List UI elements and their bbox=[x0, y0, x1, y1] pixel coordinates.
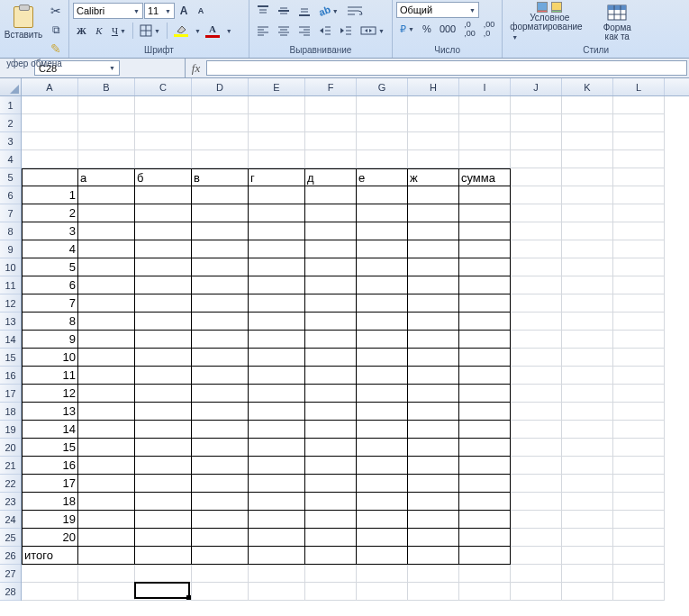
cell[interactable] bbox=[408, 349, 459, 367]
cell[interactable] bbox=[192, 331, 249, 349]
cell[interactable] bbox=[511, 529, 562, 547]
cell[interactable] bbox=[305, 475, 357, 493]
increase-indent-button[interactable] bbox=[336, 22, 356, 40]
cell[interactable] bbox=[135, 439, 192, 457]
cell[interactable] bbox=[78, 240, 135, 258]
cell[interactable] bbox=[562, 96, 613, 114]
row-header[interactable]: 27 bbox=[0, 565, 21, 583]
cell[interactable] bbox=[562, 547, 613, 565]
row-header[interactable]: 18 bbox=[0, 403, 21, 421]
cell[interactable] bbox=[459, 547, 511, 565]
cell[interactable]: 13 bbox=[22, 403, 78, 421]
row-header[interactable]: 24 bbox=[0, 511, 21, 529]
cell[interactable] bbox=[192, 583, 249, 601]
cell[interactable] bbox=[511, 258, 562, 276]
cell[interactable] bbox=[511, 150, 562, 168]
cell[interactable] bbox=[192, 114, 249, 132]
cell[interactable] bbox=[192, 186, 249, 204]
cell[interactable] bbox=[357, 114, 408, 132]
cell[interactable] bbox=[459, 583, 511, 601]
cell[interactable] bbox=[408, 547, 459, 565]
cell[interactable] bbox=[305, 96, 357, 114]
cell[interactable] bbox=[78, 132, 135, 150]
cell[interactable] bbox=[192, 150, 249, 168]
cell[interactable] bbox=[78, 294, 135, 313]
cell[interactable] bbox=[408, 186, 459, 204]
cell[interactable] bbox=[305, 331, 357, 349]
cell[interactable] bbox=[78, 511, 135, 529]
cell[interactable] bbox=[357, 132, 408, 150]
column-header[interactable]: F bbox=[305, 78, 357, 95]
cell[interactable] bbox=[511, 114, 562, 132]
column-header[interactable]: H bbox=[408, 78, 459, 95]
cell[interactable] bbox=[357, 96, 408, 114]
cell[interactable]: 4 bbox=[22, 240, 78, 258]
cell[interactable] bbox=[78, 276, 135, 294]
cell[interactable] bbox=[357, 294, 408, 313]
cell[interactable] bbox=[357, 331, 408, 349]
cell[interactable] bbox=[22, 168, 78, 186]
cell[interactable] bbox=[511, 583, 562, 601]
cell[interactable] bbox=[613, 439, 665, 457]
cell[interactable] bbox=[78, 331, 135, 349]
cell[interactable] bbox=[305, 511, 357, 529]
cell[interactable] bbox=[613, 457, 665, 475]
cell[interactable] bbox=[192, 294, 249, 313]
cell[interactable] bbox=[613, 313, 665, 331]
row-header[interactable]: 25 bbox=[0, 529, 21, 547]
row-header[interactable]: 5 bbox=[0, 168, 21, 186]
cell[interactable] bbox=[511, 96, 562, 114]
cell[interactable] bbox=[22, 132, 78, 150]
cell[interactable] bbox=[613, 186, 665, 204]
font-name-select[interactable]: Calibri▼ bbox=[73, 3, 143, 19]
cell[interactable] bbox=[613, 529, 665, 547]
cell[interactable] bbox=[305, 349, 357, 367]
cell[interactable] bbox=[192, 565, 249, 583]
cell[interactable] bbox=[613, 204, 665, 222]
cell[interactable] bbox=[408, 222, 459, 240]
bold-button[interactable]: Ж bbox=[73, 22, 90, 40]
cell[interactable] bbox=[192, 475, 249, 493]
percent-format-button[interactable]: % bbox=[419, 20, 435, 38]
cell[interactable] bbox=[249, 367, 305, 385]
cell[interactable]: ж bbox=[408, 168, 459, 186]
cell[interactable] bbox=[459, 186, 511, 204]
cell[interactable] bbox=[135, 475, 192, 493]
cell[interactable] bbox=[613, 421, 665, 439]
cell[interactable] bbox=[249, 457, 305, 475]
cell[interactable] bbox=[22, 565, 78, 583]
cell[interactable]: сумма bbox=[459, 168, 511, 186]
cell[interactable]: 18 bbox=[22, 493, 78, 511]
cell[interactable] bbox=[305, 276, 357, 294]
cell[interactable] bbox=[78, 313, 135, 331]
cell[interactable] bbox=[135, 313, 192, 331]
decrease-font-button[interactable]: A bbox=[193, 2, 209, 20]
cell[interactable] bbox=[22, 114, 78, 132]
cell[interactable] bbox=[459, 331, 511, 349]
cell[interactable] bbox=[249, 258, 305, 276]
cell[interactable] bbox=[613, 403, 665, 421]
cell[interactable] bbox=[459, 439, 511, 457]
cell[interactable] bbox=[78, 475, 135, 493]
align-center-button[interactable] bbox=[274, 22, 294, 40]
cell[interactable] bbox=[511, 186, 562, 204]
cell[interactable] bbox=[459, 403, 511, 421]
cell[interactable] bbox=[78, 349, 135, 367]
row-header[interactable]: 1 bbox=[0, 96, 21, 114]
cell[interactable] bbox=[408, 565, 459, 583]
column-header[interactable]: A bbox=[22, 78, 78, 95]
column-header[interactable]: E bbox=[249, 78, 305, 95]
cell[interactable] bbox=[305, 313, 357, 331]
cell[interactable] bbox=[357, 547, 408, 565]
cell[interactable] bbox=[562, 294, 613, 313]
cell[interactable] bbox=[562, 457, 613, 475]
cell[interactable] bbox=[305, 439, 357, 457]
cell[interactable] bbox=[459, 367, 511, 385]
cell[interactable] bbox=[613, 240, 665, 258]
cell[interactable] bbox=[459, 457, 511, 475]
cell[interactable] bbox=[408, 294, 459, 313]
cell[interactable] bbox=[613, 511, 665, 529]
cell[interactable] bbox=[613, 493, 665, 511]
cell[interactable] bbox=[459, 565, 511, 583]
cell[interactable] bbox=[192, 421, 249, 439]
